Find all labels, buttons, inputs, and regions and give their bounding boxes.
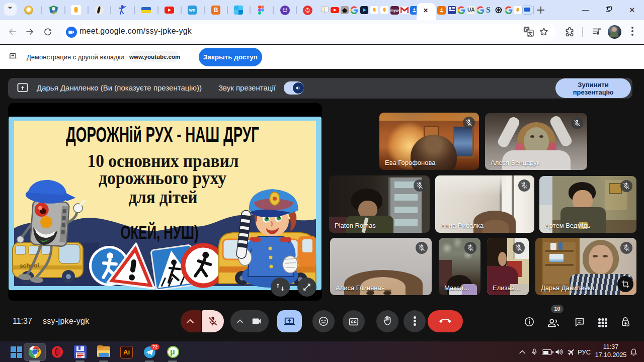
svg-text:для дітей: для дітей [129,187,198,207]
svg-text:дорожнього руху: дорожнього руху [99,168,226,188]
svg-text:school: school [20,261,39,269]
svg-text:文: 文 [527,31,532,36]
svg-text:ОКЕЙ, НУШ): ОКЕЙ, НУШ) [121,222,199,243]
svg-text:ДОРОЖНій РУХ - НАШ ДРУГ: ДОРОЖНій РУХ - НАШ ДРУГ [66,123,259,146]
